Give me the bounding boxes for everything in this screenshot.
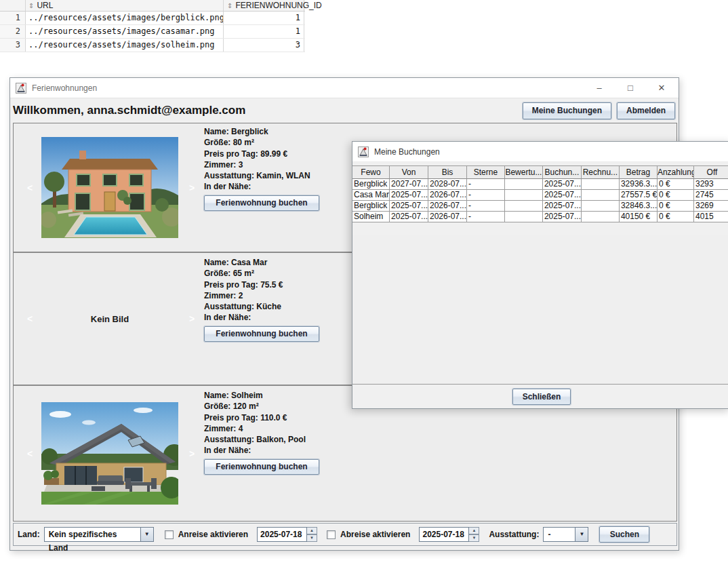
chevron-down-icon[interactable]: ▼ bbox=[575, 528, 588, 541]
abmelden-button[interactable]: Abmelden bbox=[617, 102, 675, 119]
anreise-date-value[interactable]: 2025-07-18 bbox=[257, 527, 307, 542]
db-row[interactable]: 1 ../resources/assets/images/bergblick.p… bbox=[0, 12, 305, 25]
anreise-date-spinner[interactable]: 2025-07-18 ▲▼ bbox=[257, 527, 317, 542]
cell-bis[interactable]: 2026-07... bbox=[428, 190, 467, 201]
booking-row[interactable]: Bergblick 2027-07... 2028-07... - 2025-0… bbox=[352, 179, 728, 190]
cell-anzahlung[interactable]: 0 € bbox=[658, 190, 694, 201]
db-cell-id[interactable]: 1 bbox=[224, 25, 304, 38]
abreise-date-value[interactable]: 2025-07-18 bbox=[419, 527, 469, 542]
close-icon[interactable]: ✕ bbox=[646, 78, 677, 98]
minimize-icon[interactable]: – bbox=[584, 78, 615, 98]
db-cell-id[interactable]: 1 bbox=[224, 12, 304, 24]
cell-sterne[interactable]: - bbox=[467, 212, 505, 222]
chevron-down-icon[interactable]: ▼ bbox=[140, 528, 153, 541]
booking-row[interactable]: Casa Mar 2025-07... 2026-07... - 2025-07… bbox=[352, 190, 728, 201]
cell-von[interactable]: 2025-07... bbox=[390, 201, 428, 212]
db-column-header-ferienwohnung-id[interactable]: ⇕FERIENWOHNUNG_ID bbox=[224, 0, 304, 11]
cell-buchung[interactable]: 2025-07... bbox=[543, 201, 582, 212]
db-cell-id[interactable]: 3 bbox=[224, 39, 304, 52]
cell-sterne[interactable]: - bbox=[467, 179, 505, 190]
cell-bis[interactable]: 2026-07... bbox=[428, 201, 467, 212]
column-header[interactable]: Bis bbox=[428, 166, 467, 179]
column-header[interactable]: Sterne bbox=[467, 166, 505, 179]
cell-betrag[interactable]: 32936.3... bbox=[620, 179, 658, 190]
cell-bewertung[interactable] bbox=[505, 212, 543, 222]
cell-von[interactable]: 2025-07... bbox=[390, 212, 428, 222]
cell-rechnung[interactable] bbox=[582, 201, 620, 212]
cell-rechnung[interactable] bbox=[582, 190, 620, 201]
spinner-up-icon[interactable]: ▲ bbox=[469, 527, 479, 534]
column-header[interactable]: Bewertu... bbox=[505, 166, 543, 179]
cell-offen[interactable]: 3293 bbox=[694, 179, 728, 190]
db-cell-url[interactable]: ../resources/assets/images/bergblick.png bbox=[26, 12, 224, 24]
cell-offen[interactable]: 3269 bbox=[694, 201, 728, 212]
cell-offen[interactable]: 4015 bbox=[694, 212, 728, 222]
listing-details: Name: Casa Mar Größe: 65 m² Preis pro Ta… bbox=[204, 257, 319, 342]
cell-betrag[interactable]: 40150 € bbox=[620, 212, 658, 222]
booking-row[interactable]: Solheim 2025-07... 2026-07... - 2025-07.… bbox=[352, 212, 728, 222]
cell-bis[interactable]: 2028-07... bbox=[428, 179, 467, 190]
anreise-checkbox-label[interactable]: Anreise aktivieren bbox=[178, 530, 248, 539]
carousel-prev-icon[interactable]: < bbox=[27, 182, 33, 193]
cell-bewertung[interactable] bbox=[505, 179, 543, 190]
column-header[interactable]: Anzahlung bbox=[658, 166, 694, 179]
cell-anzahlung[interactable]: 0 € bbox=[658, 201, 694, 212]
cell-fewo[interactable]: Bergblick bbox=[352, 201, 390, 212]
carousel-next-icon[interactable]: > bbox=[189, 313, 195, 324]
db-cell-url[interactable]: ../resources/assets/images/casamar.png bbox=[26, 25, 224, 38]
carousel-prev-icon[interactable]: < bbox=[27, 448, 33, 459]
cell-rechnung[interactable] bbox=[582, 179, 620, 190]
cell-buchung[interactable]: 2025-07... bbox=[543, 212, 582, 222]
cell-sterne[interactable]: - bbox=[467, 201, 505, 212]
dialog-titlebar[interactable]: Meine Buchungen bbox=[352, 142, 728, 162]
cell-bis[interactable]: 2026-07... bbox=[428, 212, 467, 222]
suchen-button[interactable]: Suchen bbox=[599, 526, 649, 543]
db-row[interactable]: 3 ../resources/assets/images/solheim.png… bbox=[0, 39, 305, 52]
abreise-checkbox[interactable] bbox=[327, 530, 336, 539]
land-combobox[interactable]: Kein spezifisches Land ▼ bbox=[44, 527, 154, 542]
column-header[interactable]: Off bbox=[694, 166, 728, 179]
cell-fewo[interactable]: Solheim bbox=[352, 212, 390, 222]
cell-anzahlung[interactable]: 0 € bbox=[658, 212, 694, 222]
ferienwohnung-buchen-button[interactable]: Ferienwohnung buchen bbox=[204, 195, 319, 211]
column-header[interactable]: Betrag bbox=[620, 166, 658, 179]
carousel-prev-icon[interactable]: < bbox=[27, 313, 33, 324]
column-header[interactable]: Rechnu... bbox=[582, 166, 620, 179]
cell-buchung[interactable]: 2025-07... bbox=[543, 190, 582, 201]
abreise-date-spinner[interactable]: 2025-07-18 ▲▼ bbox=[419, 527, 479, 542]
schliessen-button[interactable]: Schließen bbox=[512, 389, 571, 405]
db-row[interactable]: 2 ../resources/assets/images/casamar.png… bbox=[0, 25, 305, 39]
carousel-next-icon[interactable]: > bbox=[189, 182, 195, 193]
spinner-down-icon[interactable]: ▼ bbox=[307, 534, 317, 542]
db-cell-url[interactable]: ../resources/assets/images/solheim.png bbox=[26, 39, 224, 52]
cell-betrag[interactable]: 32846.3... bbox=[620, 201, 658, 212]
db-column-header-url[interactable]: ⇕URL bbox=[26, 0, 224, 11]
spinner-down-icon[interactable]: ▼ bbox=[469, 534, 479, 542]
window-titlebar[interactable]: Ferienwohnungen – □ ✕ bbox=[10, 78, 679, 98]
carousel-next-icon[interactable]: > bbox=[189, 448, 195, 459]
spinner-up-icon[interactable]: ▲ bbox=[307, 527, 317, 534]
ferienwohnung-buchen-button[interactable]: Ferienwohnung buchen bbox=[204, 459, 319, 475]
ausstattung-combobox[interactable]: - ▼ bbox=[543, 527, 588, 542]
column-header[interactable]: Buchun... bbox=[543, 166, 582, 179]
cell-buchung[interactable]: 2025-07... bbox=[543, 179, 582, 190]
cell-offen[interactable]: 2745 bbox=[694, 190, 728, 201]
cell-bewertung[interactable] bbox=[505, 190, 543, 201]
maximize-icon[interactable]: □ bbox=[615, 78, 646, 98]
meine-buchungen-button[interactable]: Meine Buchungen bbox=[523, 102, 611, 119]
ferienwohnung-buchen-button[interactable]: Ferienwohnung buchen bbox=[204, 326, 319, 342]
cell-bewertung[interactable] bbox=[505, 201, 543, 212]
abreise-checkbox-label[interactable]: Abreise aktivieren bbox=[340, 530, 410, 539]
column-header[interactable]: Von bbox=[390, 166, 428, 179]
cell-sterne[interactable]: - bbox=[467, 190, 505, 201]
cell-anzahlung[interactable]: 0 € bbox=[658, 179, 694, 190]
cell-von[interactable]: 2025-07... bbox=[390, 190, 428, 201]
cell-fewo[interactable]: Casa Mar bbox=[352, 190, 390, 201]
column-header[interactable]: Fewo bbox=[352, 166, 390, 179]
cell-betrag[interactable]: 27557.5 € bbox=[620, 190, 658, 201]
cell-von[interactable]: 2027-07... bbox=[390, 179, 428, 190]
booking-row[interactable]: Bergblick 2025-07... 2026-07... - 2025-0… bbox=[352, 201, 728, 212]
anreise-checkbox[interactable] bbox=[165, 530, 174, 539]
cell-fewo[interactable]: Bergblick bbox=[352, 179, 390, 190]
cell-rechnung[interactable] bbox=[582, 212, 620, 222]
